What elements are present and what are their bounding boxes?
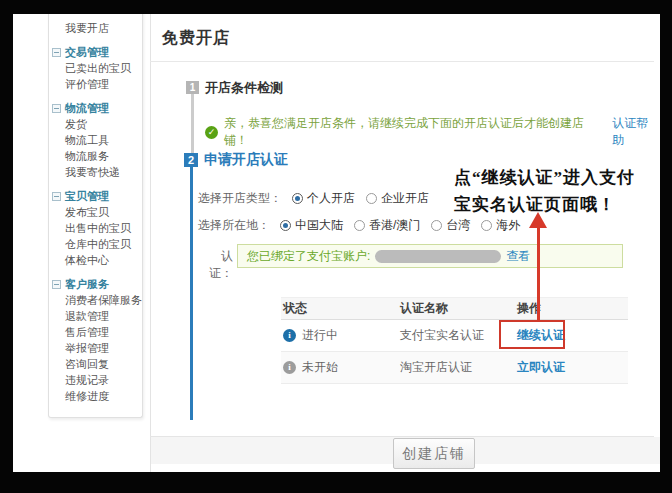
content-divider xyxy=(150,14,151,472)
shop-type-option[interactable]: 企业开店 xyxy=(366,190,429,207)
radio-label: 企业开店 xyxy=(381,190,429,207)
auth-label: 认证： xyxy=(199,248,233,282)
seller-admin-page: 我要开店交易管理已卖出的宝贝评价管理物流管理发货物流工具物流服务我要寄快递宝贝管… xyxy=(13,14,660,472)
success-message-row: 亲，恭喜您满足开店条件，请继续完成下面的开店认证后才能创建店铺！ 认证帮助 xyxy=(205,115,660,149)
location-label: 选择所在地： xyxy=(198,217,270,234)
auth-table-header: 状态认证名称操作 xyxy=(281,298,628,320)
radio-icon[interactable] xyxy=(292,193,303,204)
auth-help-link[interactable]: 认证帮助 xyxy=(612,115,660,149)
sidebar-item[interactable]: 违规记录 xyxy=(49,372,142,388)
sidebar: 我要开店交易管理已卖出的宝贝评价管理物流管理发货物流工具物流服务我要寄快递宝贝管… xyxy=(48,14,143,418)
radio-icon[interactable] xyxy=(431,220,442,231)
sidebar-section[interactable]: 交易管理 xyxy=(49,44,142,60)
radio-icon[interactable] xyxy=(354,220,365,231)
location-option[interactable]: 台湾 xyxy=(431,217,470,234)
sidebar-section[interactable]: 客户服务 xyxy=(49,276,142,292)
location-option[interactable]: 海外 xyxy=(481,217,520,234)
step1-title: 开店条件检测 xyxy=(205,79,283,97)
table-header-cell: 操作 xyxy=(515,300,628,317)
radio-label: 海外 xyxy=(496,217,520,234)
sidebar-item[interactable]: 我要寄快递 xyxy=(49,164,142,180)
annotation-arrow-line xyxy=(537,227,540,320)
sidebar-section[interactable]: 宝贝管理 xyxy=(49,188,142,204)
status-cell: 未开始 xyxy=(281,359,398,376)
shop-type-label: 选择开店类型： xyxy=(198,190,282,207)
sidebar-item[interactable]: 物流工具 xyxy=(49,132,142,148)
radio-label: 香港/澳门 xyxy=(369,217,420,234)
sidebar-item[interactable]: 体检中心 xyxy=(49,252,142,268)
step-connector-gray xyxy=(191,94,194,154)
radio-icon[interactable] xyxy=(481,220,492,231)
collapse-icon[interactable] xyxy=(52,104,61,113)
alipay-bound-banner: 您已绑定了支付宝账户: 查看 xyxy=(237,244,623,268)
location-row: 选择所在地： 中国大陆香港/澳门台湾海外 xyxy=(198,217,520,234)
table-header-cell: 状态 xyxy=(281,300,398,317)
screenshot-frame: 我要开店交易管理已卖出的宝贝评价管理物流管理发货物流工具物流服务我要寄快递宝贝管… xyxy=(0,0,672,493)
alipay-bound-text: 您已绑定了支付宝账户: xyxy=(247,248,370,265)
view-account-link[interactable]: 查看 xyxy=(506,248,530,265)
sidebar-item[interactable]: 咨询回复 xyxy=(49,356,142,372)
sidebar-item[interactable]: 退款管理 xyxy=(49,308,142,324)
check-icon xyxy=(205,126,218,139)
sidebar-item[interactable]: 仓库中的宝贝 xyxy=(49,236,142,252)
sidebar-item[interactable]: 我要开店 xyxy=(49,20,142,36)
step2-badge: 2 xyxy=(184,153,198,167)
auth-table-body: 进行中支付宝实名认证继续认证未开始淘宝开店认证立即认证 xyxy=(281,320,628,384)
sidebar-section-label: 交易管理 xyxy=(65,44,109,60)
status-text: 未开始 xyxy=(302,359,338,376)
page-title: 免费开店 xyxy=(162,28,230,49)
info-blue-icon xyxy=(283,329,296,342)
collapse-icon[interactable] xyxy=(52,192,61,201)
sidebar-item[interactable]: 物流服务 xyxy=(49,148,142,164)
sidebar-item[interactable]: 评价管理 xyxy=(49,76,142,92)
auth-table: 状态认证名称操作 进行中支付宝实名认证继续认证未开始淘宝开店认证立即认证 xyxy=(281,297,628,384)
sidebar-item[interactable]: 发布宝贝 xyxy=(49,204,142,220)
sidebar-section-label: 宝贝管理 xyxy=(65,188,109,204)
shop-type-option[interactable]: 个人开店 xyxy=(292,190,355,207)
shop-type-row: 选择开店类型： 个人开店企业开店 xyxy=(198,190,429,207)
shop-type-options: 个人开店企业开店 xyxy=(292,190,429,207)
create-shop-button[interactable]: 创建店铺 xyxy=(393,438,475,469)
sidebar-item[interactable]: 已卖出的宝贝 xyxy=(49,60,142,76)
location-option[interactable]: 中国大陆 xyxy=(280,217,343,234)
annotation-text: 点“继续认证”进入支付 宝实名认证页面哦！ xyxy=(454,164,660,218)
action-cell: 立即认证 xyxy=(515,359,628,376)
highlight-box xyxy=(499,320,565,349)
radio-icon[interactable] xyxy=(366,193,377,204)
sidebar-item[interactable]: 出售中的宝贝 xyxy=(49,220,142,236)
sidebar-item[interactable]: 售后管理 xyxy=(49,324,142,340)
sidebar-section-label: 客户服务 xyxy=(65,276,109,292)
step2-title: 申请开店认证 xyxy=(204,151,288,169)
table-row: 进行中支付宝实名认证继续认证 xyxy=(281,320,628,352)
cert-name: 支付宝实名认证 xyxy=(398,327,515,344)
sidebar-item[interactable]: 维修进度 xyxy=(49,388,142,404)
radio-label: 个人开店 xyxy=(307,190,355,207)
location-options: 中国大陆香港/澳门台湾海外 xyxy=(280,217,520,234)
sidebar-section[interactable]: 物流管理 xyxy=(49,100,142,116)
step-connector-blue xyxy=(190,167,193,420)
collapse-icon[interactable] xyxy=(52,280,61,289)
masked-account xyxy=(375,250,501,263)
status-cell: 进行中 xyxy=(281,327,398,344)
annotation-line1: 点“继续认证”进入支付 xyxy=(454,164,660,191)
title-divider xyxy=(150,61,654,62)
sidebar-item[interactable]: 消费者保障服务 xyxy=(49,292,142,308)
info-gray-icon xyxy=(283,361,296,374)
step1-badge: 1 xyxy=(186,81,199,94)
radio-label: 中国大陆 xyxy=(295,217,343,234)
sidebar-item[interactable]: 发货 xyxy=(49,116,142,132)
cert-name: 淘宝开店认证 xyxy=(398,359,515,376)
sidebar-item[interactable]: 举报管理 xyxy=(49,340,142,356)
radio-label: 台湾 xyxy=(446,217,470,234)
annotation-line2: 宝实名认证页面哦！ xyxy=(454,191,660,218)
sidebar-section-label: 物流管理 xyxy=(65,100,109,116)
success-message: 亲，恭喜您满足开店条件，请继续完成下面的开店认证后才能创建店铺！ xyxy=(224,115,606,149)
location-option[interactable]: 香港/澳门 xyxy=(354,217,420,234)
table-header-cell: 认证名称 xyxy=(398,300,515,317)
collapse-icon[interactable] xyxy=(52,48,61,57)
status-text: 进行中 xyxy=(302,327,338,344)
action-link[interactable]: 立即认证 xyxy=(517,360,565,374)
table-row: 未开始淘宝开店认证立即认证 xyxy=(281,352,628,384)
radio-icon[interactable] xyxy=(280,220,291,231)
